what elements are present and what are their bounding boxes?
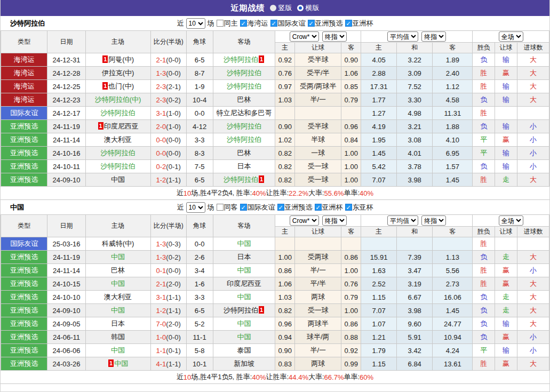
result-goals-value: 小	[530, 333, 537, 341]
halftime-score: (2-1)	[166, 83, 180, 91]
competition-filter[interactable]: ✓亚洲预选	[308, 19, 343, 28]
column-header: 角球	[186, 31, 213, 53]
halftime-score: (1-1)	[166, 293, 180, 301]
odds-handicap: 受两/两球半	[295, 80, 341, 93]
away-team-name: 沙特阿拉伯	[224, 175, 258, 183]
home-team-name: 巴林	[111, 266, 125, 274]
checkbox-unchecked-icon	[217, 204, 224, 211]
away-team-name: 日本	[237, 253, 251, 261]
final-odds-select[interactable]: 终指	[322, 31, 347, 42]
result-goals-value: 大	[530, 95, 537, 103]
result-goals: 大	[517, 251, 549, 264]
competition-filter[interactable]: ✓东亚杯	[345, 203, 373, 212]
avg-home: 1.15	[361, 291, 397, 304]
checkbox-checked-icon: ✓	[240, 204, 247, 211]
away-team-name: 中国	[237, 319, 251, 327]
home-team-name: 沙特阿拉伯	[101, 149, 135, 157]
halftime-score: (0-2)	[166, 96, 180, 104]
match-date: 24-12-28	[47, 67, 85, 80]
avg-draw: 3.21	[397, 120, 433, 133]
result-outcome: 胜	[473, 80, 495, 93]
same-venue-filter[interactable]: 同主	[217, 19, 238, 28]
column-subheader: 主	[275, 43, 295, 53]
odds-handicap: 两球半	[295, 317, 341, 331]
away-team-cell: 沙特阿拉伯1	[213, 304, 275, 317]
corner-score: 10-1	[186, 357, 213, 371]
summary-segment: 55.6%	[324, 189, 344, 197]
match-row: 亚洲预选24-09-05日本7-0(2-0)5-2中国0.96两球半0.861.…	[1, 317, 549, 331]
bookmaker-select[interactable]: Crow*	[290, 215, 319, 226]
checkbox-checked-icon: ✓	[345, 204, 352, 211]
home-team-cell: 中国	[85, 251, 150, 264]
final-odds-select[interactable]: 终指	[322, 215, 347, 226]
score-cell: 3-1(1-1)	[150, 291, 186, 304]
match-type-badge: 亚洲预选	[1, 133, 47, 147]
odds-handicap: 半/一	[295, 264, 341, 277]
home-team-name: 中国	[111, 279, 125, 287]
competition-filter[interactable]: ✓海湾运	[240, 19, 268, 28]
result-handicap-value: 走	[503, 306, 509, 314]
scope-select[interactable]: 全场	[499, 31, 523, 42]
result-goals: 小	[517, 120, 549, 133]
home-team-name: 沙特阿拉伯	[101, 162, 135, 170]
result-outcome-value: 负	[480, 122, 487, 130]
average-select[interactable]: 平均值	[387, 215, 418, 226]
avg-home: 1.63	[361, 264, 397, 277]
yellow-card-badge: 1	[102, 82, 108, 90]
results-table: 类型日期主场比分(半场)角球客场Crow*终指平均值终指全场主让球客主和客胜负让…	[1, 30, 549, 187]
away-team-cell: 新加坡	[213, 357, 275, 371]
avg-away: 24.77	[433, 317, 473, 331]
match-date: 24-10-16	[47, 147, 85, 160]
odds-home: 1.02	[275, 133, 295, 147]
scope-select[interactable]: 全场	[499, 215, 523, 226]
same-venue-filter[interactable]: 同客	[217, 203, 238, 212]
competition-filter[interactable]: ✓亚洲杯	[345, 19, 373, 28]
competition-filter[interactable]: ✓国际友谊	[270, 19, 306, 28]
avg-draw	[397, 237, 433, 251]
competition-filter[interactable]: ✓亚洲预选	[277, 203, 313, 212]
home-team-name: 也门(中)	[108, 82, 134, 90]
match-row: 海湾运24-12-28伊拉克(中)1-3(0-0)8-7沙特阿拉伯0.76受平/…	[1, 67, 549, 80]
away-team-cell: 巴林	[213, 147, 275, 160]
home-team-name: 中国	[111, 306, 125, 314]
result-outcome: 平	[473, 344, 495, 357]
summary-segment: 大率:	[308, 372, 324, 382]
filter-bar: 沙特阿拉伯近10场同主✓海湾运✓国际友谊✓亚洲预选✓亚洲杯	[1, 16, 549, 30]
result-goals-value: 大	[530, 253, 537, 261]
match-type-badge: 亚洲预选	[1, 357, 47, 371]
odds-source-header: Crow*终指	[275, 31, 361, 43]
home-team-cell: 中国	[85, 304, 150, 317]
odds-home: 1.03	[275, 291, 295, 304]
competition-filter[interactable]: ✓国际友谊	[240, 203, 275, 212]
layout-horizontal-option[interactable]: 横版	[297, 3, 320, 13]
results-table: 类型日期主场比分(半场)角球客场Crow*终指平均值终指全场主让球客主和客胜负让…	[1, 214, 549, 371]
odds-away	[341, 237, 361, 251]
result-outcome: 负	[473, 331, 495, 344]
column-subheader: 让球	[495, 227, 517, 237]
competition-filter[interactable]: ✓亚洲杯	[315, 203, 343, 212]
home-team-cell: 科威特(中)	[85, 237, 150, 251]
odds-handicap: 受一球	[295, 160, 341, 173]
result-goals-value: 小	[530, 266, 537, 274]
column-subheader: 胜负	[473, 227, 495, 237]
column-header: 比分(半场)	[150, 31, 186, 53]
average-select[interactable]: 平均值	[387, 31, 418, 42]
layout-vertical-option[interactable]: 竖版	[270, 3, 292, 13]
away-team-name: 中国	[237, 239, 251, 247]
match-type-badge: 亚洲预选	[1, 277, 47, 291]
final-odds-select[interactable]: 终指	[421, 215, 446, 226]
result-outcome: 胜	[473, 277, 495, 291]
match-count-select[interactable]: 10	[186, 18, 205, 29]
avg-home: 1.27	[361, 107, 397, 120]
result-outcome-value: 胜	[480, 82, 487, 90]
summary-segment: 44.4%	[289, 373, 308, 381]
final-odds-select[interactable]: 终指	[421, 31, 446, 42]
match-row: 亚洲预选24-09-10中国1-2(1-1)6-5沙特阿拉伯10.82受一球1.…	[1, 304, 549, 317]
match-date: 24-12-31	[47, 53, 85, 67]
result-outcome-value: 负	[480, 306, 487, 314]
result-handicap: 走	[495, 304, 517, 317]
team-section: 沙特阿拉伯近10场同主✓海湾运✓国际友谊✓亚洲预选✓亚洲杯类型日期主场比分(半场…	[1, 16, 549, 200]
avg-home: 1.45	[361, 147, 397, 160]
match-count-select[interactable]: 10	[186, 202, 205, 213]
bookmaker-select[interactable]: Crow*	[290, 31, 319, 42]
